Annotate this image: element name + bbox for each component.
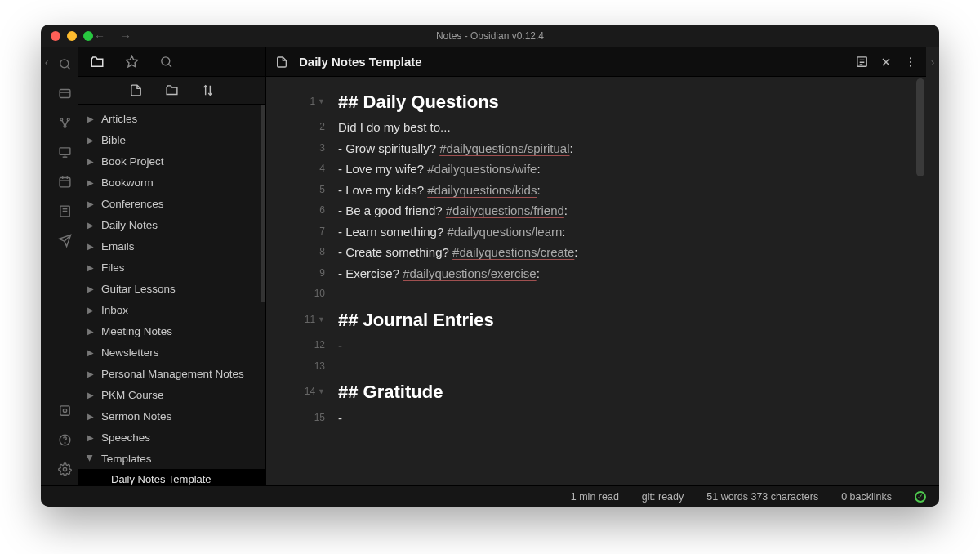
nav-forward-button[interactable]: → <box>120 29 131 42</box>
folder-item[interactable]: ▶Conferences <box>78 193 265 214</box>
folder-item[interactable]: ▶Meeting Notes <box>78 320 265 342</box>
editor-line[interactable]: 11▼## Journal Entries <box>266 305 926 335</box>
minimize-window-button[interactable] <box>67 31 77 41</box>
quick-switcher-icon[interactable] <box>57 85 74 101</box>
presentation-icon[interactable] <box>57 144 74 160</box>
more-options-icon[interactable] <box>903 55 918 69</box>
chevron-icon[interactable]: ▶ <box>87 391 95 399</box>
hashtag-link[interactable]: #dailyquestions/kids <box>427 183 537 197</box>
editor-line[interactable]: 15- <box>266 408 926 429</box>
line-content[interactable]: ## Daily Questions <box>338 87 902 117</box>
hashtag-link[interactable]: #dailyquestions/learn <box>447 225 562 239</box>
editor-line[interactable]: 4- Love my wife? #dailyquestions/wife: <box>266 159 926 180</box>
line-content[interactable]: ## Gratitude <box>338 377 902 407</box>
editor-line[interactable]: 5- Love my kids? #dailyquestions/kids: <box>266 180 926 201</box>
line-content[interactable]: Did I do my best to... <box>338 117 902 138</box>
chevron-icon[interactable]: ▶ <box>87 454 95 462</box>
preview-toggle-icon[interactable] <box>854 55 869 69</box>
chevron-icon[interactable]: ▶ <box>87 157 95 165</box>
editor-line[interactable]: 8- Create something? #dailyquestions/cre… <box>266 242 926 263</box>
new-folder-icon[interactable] <box>165 83 180 98</box>
chevron-icon[interactable]: ▶ <box>87 348 95 356</box>
vault-icon[interactable] <box>57 402 74 418</box>
line-content[interactable]: - Love my wife? #dailyquestions/wife: <box>338 159 902 180</box>
hashtag-link[interactable]: #dailyquestions/create <box>452 245 574 259</box>
chevron-icon[interactable]: ▶ <box>87 136 95 144</box>
editor[interactable]: 1▼## Daily Questions2Did I do my best to… <box>266 77 926 485</box>
publish-icon[interactable] <box>57 232 74 248</box>
maximize-window-button[interactable] <box>83 31 93 41</box>
folder-item[interactable]: ▶Inbox <box>78 299 265 320</box>
folder-item[interactable]: ▶Sermon Notes <box>78 405 265 427</box>
line-content[interactable]: - Grow spiritually? #dailyquestions/spir… <box>338 138 902 159</box>
search-tab-icon[interactable] <box>158 55 173 69</box>
hashtag-link[interactable]: #dailyquestions/friend <box>446 203 564 217</box>
sort-icon[interactable] <box>201 83 216 98</box>
line-content[interactable]: - Be a good friend? #dailyquestions/frie… <box>338 200 902 221</box>
editor-line[interactable]: 1▼## Daily Questions <box>266 87 926 117</box>
editor-line[interactable]: 7- Learn something? #dailyquestions/lear… <box>266 221 926 243</box>
folder-item[interactable]: ▶Bookworm <box>78 172 265 193</box>
graph-icon[interactable] <box>57 114 74 131</box>
folder-item[interactable]: ▶Speeches <box>78 427 265 448</box>
note-title[interactable]: Daily Notes Template <box>299 55 844 69</box>
editor-line[interactable]: 6- Be a good friend? #dailyquestions/fri… <box>266 200 926 221</box>
hashtag-link[interactable]: #dailyquestions/wife <box>427 162 537 176</box>
line-content[interactable] <box>338 284 902 305</box>
chevron-icon[interactable]: ▶ <box>87 306 95 314</box>
folder-item[interactable]: ▶Emails <box>78 235 265 257</box>
line-content[interactable]: - <box>338 335 902 356</box>
search-icon[interactable] <box>57 56 74 72</box>
line-content[interactable]: - <box>338 408 902 429</box>
line-content[interactable]: ## Journal Entries <box>338 305 902 335</box>
folder-item[interactable]: ▶Templates <box>78 448 265 469</box>
chevron-icon[interactable]: ▶ <box>87 369 95 378</box>
close-pane-icon[interactable] <box>879 55 893 69</box>
close-window-button[interactable] <box>51 31 60 41</box>
left-collapse-button[interactable]: ‹ <box>41 47 52 485</box>
settings-icon[interactable] <box>57 461 74 477</box>
line-content[interactable]: - Exercise? #dailyquestions/exercise: <box>338 263 902 284</box>
chevron-icon[interactable]: ▶ <box>87 433 95 441</box>
folder-item[interactable]: ▶Book Project <box>78 150 265 172</box>
chevron-icon[interactable]: ▶ <box>87 178 95 186</box>
chevron-icon[interactable]: ▶ <box>87 327 95 335</box>
chevron-icon[interactable]: ▶ <box>87 263 95 271</box>
hashtag-link[interactable]: #dailyquestions/spiritual <box>439 141 569 155</box>
chevron-icon[interactable]: ▶ <box>87 284 95 293</box>
folder-item[interactable]: ▶Personal Management Notes <box>78 363 265 384</box>
line-content[interactable]: - Create something? #dailyquestions/crea… <box>338 242 902 263</box>
folder-item[interactable]: ▶Newsletters <box>78 342 265 363</box>
file-item[interactable]: Daily Notes Template <box>78 469 265 485</box>
hashtag-link[interactable]: #dailyquestions/exercise <box>403 266 536 280</box>
calendar-icon[interactable] <box>57 173 74 190</box>
folder-item[interactable]: ▶Guitar Lessons <box>78 278 265 299</box>
editor-line[interactable]: 14▼## Gratitude <box>266 377 926 407</box>
editor-line[interactable]: 2Did I do my best to... <box>266 117 926 138</box>
star-tab-icon[interactable] <box>124 55 139 69</box>
help-icon[interactable] <box>57 431 74 448</box>
scrollbar[interactable] <box>261 105 265 302</box>
chevron-icon[interactable]: ▶ <box>87 199 95 208</box>
chevron-icon[interactable]: ▶ <box>87 221 95 229</box>
files-tab-icon[interactable] <box>90 55 105 69</box>
chevron-icon[interactable]: ▶ <box>87 242 95 250</box>
folder-item[interactable]: ▶Files <box>78 257 265 278</box>
chevron-icon[interactable]: ▶ <box>87 114 95 123</box>
file-tree[interactable]: ▶Articles▶Bible▶Book Project▶Bookworm▶Co… <box>78 105 265 485</box>
folder-item[interactable]: ▶PKM Course <box>78 384 265 405</box>
line-content[interactable]: - Learn something? #dailyquestions/learn… <box>338 221 902 243</box>
editor-line[interactable]: 12- <box>266 335 926 356</box>
editor-line[interactable]: 10 <box>266 284 926 305</box>
right-collapse-button[interactable]: › <box>926 47 939 485</box>
folder-item[interactable]: ▶Articles <box>78 108 265 129</box>
template-icon[interactable] <box>57 203 74 219</box>
line-content[interactable] <box>338 356 902 378</box>
line-content[interactable]: - Love my kids? #dailyquestions/kids: <box>338 180 902 201</box>
folder-item[interactable]: ▶Bible <box>78 129 265 150</box>
chevron-icon[interactable]: ▶ <box>87 412 95 420</box>
editor-line[interactable]: 9- Exercise? #dailyquestions/exercise: <box>266 263 926 284</box>
folder-item[interactable]: ▶Daily Notes <box>78 214 265 235</box>
editor-scrollbar[interactable] <box>916 78 924 176</box>
editor-line[interactable]: 3- Grow spiritually? #dailyquestions/spi… <box>266 138 926 159</box>
